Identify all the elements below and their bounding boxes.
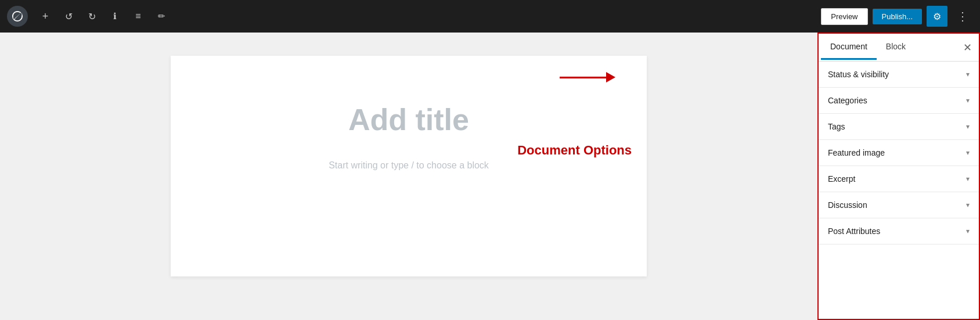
main-layout: Add title Start writing or type / to cho…	[0, 33, 980, 320]
body-placeholder[interactable]: Start writing or type / to choose a bloc…	[206, 160, 612, 171]
sidebar-panel: Status & visibility ▾ Categories ▾ Tags …	[819, 62, 979, 319]
panel-item-categories[interactable]: Categories ▾	[819, 88, 979, 114]
panel-label-categories: Categories	[828, 96, 867, 105]
publish-button[interactable]: Publish...	[873, 9, 922, 24]
title-placeholder[interactable]: Add title	[206, 102, 612, 137]
settings-button[interactable]: ⚙	[927, 6, 947, 27]
panel-label-status: Status & visibility	[828, 70, 889, 79]
panel-item-excerpt[interactable]: Excerpt ▾	[819, 166, 979, 192]
wp-logo[interactable]	[7, 6, 28, 27]
more-options-button[interactable]: ⋮	[952, 6, 973, 27]
chevron-down-icon-status: ▾	[966, 70, 970, 78]
editor-area: Add title Start writing or type / to cho…	[0, 33, 817, 320]
redo-button[interactable]: ↻	[81, 6, 102, 27]
tab-block[interactable]: Block	[877, 35, 915, 60]
close-sidebar-button[interactable]: ✕	[958, 38, 977, 57]
info-button[interactable]: ℹ	[105, 6, 125, 27]
chevron-down-icon-excerpt: ▾	[966, 175, 970, 183]
add-block-button[interactable]: +	[35, 6, 56, 27]
panel-label-excerpt: Excerpt	[828, 174, 855, 184]
panel-item-status[interactable]: Status & visibility ▾	[819, 62, 979, 88]
edit-button[interactable]: ✏	[151, 6, 172, 27]
preview-button[interactable]: Preview	[821, 8, 867, 25]
toolbar-right-actions: Preview Publish... ⚙ ⋮	[821, 6, 973, 27]
chevron-down-icon-tags: ▾	[966, 123, 970, 131]
document-sidebar: Document Block ✕ Status & visibility ▾ C…	[817, 33, 980, 320]
chevron-down-icon-categories: ▾	[966, 96, 970, 105]
panel-item-post-attributes[interactable]: Post Attributes ▾	[819, 218, 979, 245]
editor-canvas: Add title Start writing or type / to cho…	[171, 56, 647, 276]
panel-label-featured-image: Featured image	[828, 148, 885, 157]
tab-document[interactable]: Document	[821, 35, 877, 60]
panel-label-discussion: Discussion	[828, 200, 867, 210]
panel-label-tags: Tags	[828, 122, 845, 131]
chevron-down-icon-discussion: ▾	[966, 201, 970, 209]
main-toolbar: + ↺ ↻ ℹ ≡ ✏ Preview Publish... ⚙ ⋮	[0, 0, 980, 33]
sidebar-header: Document Block ✕	[819, 34, 979, 62]
chevron-down-icon-featured-image: ▾	[966, 149, 970, 157]
chevron-down-icon-post-attributes: ▾	[966, 227, 970, 235]
undo-button[interactable]: ↺	[58, 6, 79, 27]
panel-item-discussion[interactable]: Discussion ▾	[819, 192, 979, 218]
panel-item-featured-image[interactable]: Featured image ▾	[819, 140, 979, 166]
panel-item-tags[interactable]: Tags ▾	[819, 114, 979, 140]
list-view-button[interactable]: ≡	[128, 6, 149, 27]
panel-label-post-attributes: Post Attributes	[828, 226, 880, 236]
